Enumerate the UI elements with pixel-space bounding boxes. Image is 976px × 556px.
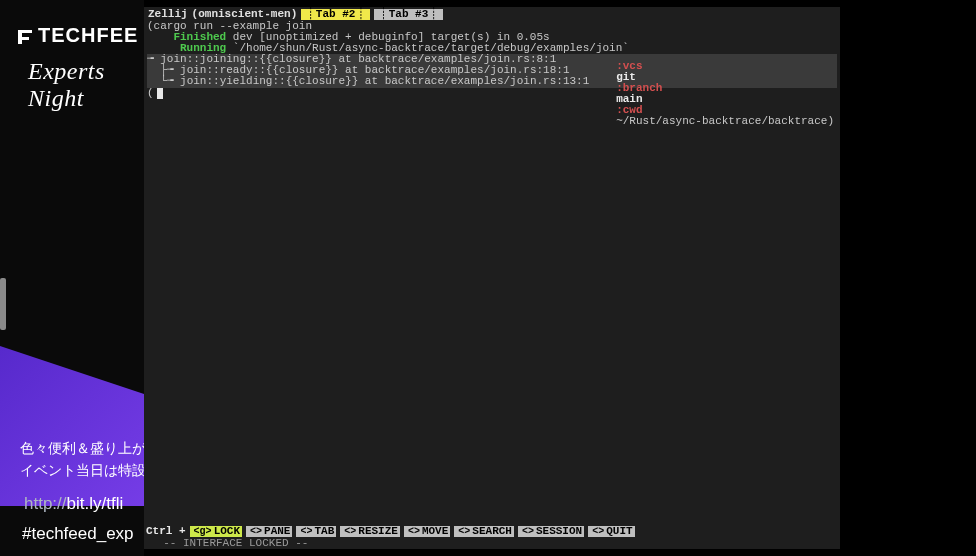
tab-3[interactable]: ┊ Tab #3 ┊ [374, 9, 443, 20]
arrows-icon: <> [298, 527, 314, 537]
mode-label: SEARCH [472, 526, 512, 537]
zellij-tabbar: Zellij (omniscient-men) ┊ Tab #2 ┊ ┊ Tab… [144, 7, 840, 21]
terminal-window[interactable]: Zellij (omniscient-men) ┊ Tab #2 ┊ ┊ Tab… [144, 7, 840, 549]
cursor [157, 88, 163, 99]
arrows-icon: <> [456, 527, 472, 537]
mode-label: RESIZE [358, 526, 398, 537]
mode-label: TAB [314, 526, 334, 537]
mode-move[interactable]: <> MOVE [404, 526, 450, 537]
terminal-body[interactable]: (cargo run --example join Finished dev [… [144, 21, 840, 99]
mode-lock[interactable]: <g> LOCK [190, 526, 242, 537]
brand-text: TECHFEE [38, 24, 138, 46]
hashtag: #techfeed_exp [22, 524, 134, 544]
mode-resize[interactable]: <> RESIZE [340, 526, 400, 537]
brand-logo: TECHFEE [16, 24, 138, 47]
tab-2[interactable]: ┊ Tab #2 ┊ [301, 9, 370, 20]
tab-sep-icon: ┊ [380, 9, 387, 20]
mode-label: PANE [264, 526, 290, 537]
jp-text-2: イベント当日は特設 [20, 462, 146, 480]
arrows-icon: <> [342, 527, 358, 537]
ctrl-label: Ctrl + [146, 526, 186, 537]
jp-text-1: 色々便利＆盛り上が [20, 440, 146, 458]
mode-quit[interactable]: <> QUIT [588, 526, 634, 537]
interface-locked-msg: -- INTERFACE LOCKED -- [144, 538, 840, 549]
short-url: http://bit.ly/tfli [24, 494, 123, 514]
arrows-icon: <g> [192, 527, 214, 537]
mode-tab[interactable]: <> TAB [296, 526, 336, 537]
cwd-path: ~/Rust/async-backtrace/backtrace) [616, 115, 834, 127]
prompt-line[interactable]: ( :vcs git :branch main :cwd ~/Rust/asyn… [147, 88, 837, 99]
presentation-overlay: TECHFEE Experts Night 色々便利＆盛り上が イベント当日は特… [0, 0, 144, 556]
arrows-icon: <> [406, 527, 422, 537]
tab-sep-icon: ┊ [430, 9, 437, 20]
mode-search[interactable]: <> SEARCH [454, 526, 514, 537]
brand-icon [16, 28, 34, 46]
url-path: bit.ly/tfli [67, 494, 124, 513]
tab-sep-icon: ┊ [357, 9, 364, 20]
mode-label: MOVE [422, 526, 448, 537]
arrows-icon: <> [520, 527, 536, 537]
right-prompt: :vcs git :branch main :cwd ~/Rust/async-… [550, 50, 834, 138]
url-scheme: http:// [24, 494, 67, 513]
mode-session[interactable]: <> SESSION [518, 526, 584, 537]
arrows-icon: <> [590, 527, 606, 537]
mode-label: LOCK [214, 526, 240, 537]
tab-label: Tab #2 [316, 9, 356, 20]
session-app: Zellij [148, 9, 188, 20]
session-name: (omniscient-men) [192, 9, 298, 20]
side-handle [0, 278, 6, 330]
mode-label: SESSION [536, 526, 582, 537]
mode-pane[interactable]: <> PANE [246, 526, 292, 537]
decorative-triangle [0, 346, 144, 506]
arrows-icon: <> [248, 527, 264, 537]
event-title-script: Experts Night [28, 58, 144, 112]
mode-label: QUIT [606, 526, 632, 537]
tab-sep-icon: ┊ [307, 9, 314, 20]
prompt-open: ( [147, 88, 154, 99]
tab-label: Tab #3 [389, 9, 429, 20]
